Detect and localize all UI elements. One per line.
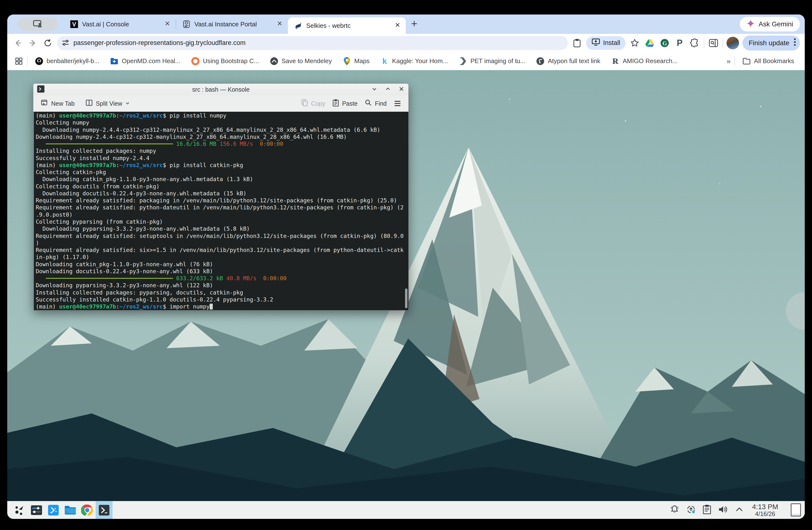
bookmark-maps[interactable]: Maps	[339, 57, 373, 66]
bookmark-github[interactable]: benbalter/jekyll-b...	[31, 57, 103, 66]
maximize-icon[interactable]	[385, 86, 391, 93]
url-text: passenger-profession-representations-gig…	[73, 39, 246, 47]
menu-dots-icon[interactable]	[794, 38, 796, 48]
konsole-window[interactable]: src : bash — Konsole New Tab	[33, 83, 409, 310]
svg-text:V: V	[72, 21, 76, 28]
clipboard-tray-icon[interactable]	[702, 504, 712, 516]
new-tab-button[interactable]	[410, 19, 418, 29]
svg-text:P: P	[677, 39, 683, 47]
terminal-scrollbar[interactable]	[405, 289, 407, 308]
install-icon	[592, 38, 600, 48]
discover-button[interactable]	[45, 501, 62, 519]
copy-label: Copy	[311, 100, 325, 107]
install-label: Install	[603, 39, 620, 47]
chevron-down-icon	[125, 100, 130, 107]
bookmark-kaggle[interactable]: k Kaggle: Your Hom...	[377, 57, 451, 66]
back-icon[interactable]	[12, 37, 24, 49]
bootstrap-icon	[191, 57, 200, 66]
bookmarks-bar: benbalter/jekyll-b... OpenMD.com Heal...…	[7, 52, 805, 70]
terminal-output[interactable]: (main) user@40ec97997a7b:~/ros2_ws/src$ …	[33, 112, 408, 310]
vast-favicon: V	[70, 20, 78, 28]
clipboard-icon[interactable]	[571, 37, 583, 49]
split-view-icon	[85, 99, 93, 108]
tab-close-icon[interactable]	[164, 20, 170, 28]
selkies-favicon	[294, 22, 302, 30]
tab-vast-console[interactable]: V Vast.ai | Console	[64, 14, 176, 34]
copy-button[interactable]: Copy	[299, 97, 328, 110]
new-tab-button[interactable]: New Tab	[38, 97, 77, 110]
maps-pin-icon	[343, 57, 351, 66]
minimize-icon[interactable]	[371, 86, 377, 93]
find-button[interactable]: Find	[362, 98, 389, 109]
p-extension-icon[interactable]: P	[674, 37, 685, 49]
konsole-task-button[interactable]	[96, 501, 113, 519]
notifications-bell-icon[interactable]	[669, 504, 680, 516]
split-view-button[interactable]: Split View	[83, 97, 132, 110]
kde-taskbar: 4:13 PM 4/16/26	[7, 501, 805, 519]
bookmark-label: Kaggle: Your Hom...	[392, 57, 448, 65]
site-info-icon[interactable]	[61, 39, 70, 47]
new-tab-label: New Tab	[51, 100, 75, 107]
konsole-titlebar[interactable]: src : bash — Konsole	[33, 84, 408, 95]
extensions-puzzle-icon[interactable]	[689, 37, 700, 49]
bookmark-star-icon[interactable]	[629, 37, 640, 49]
bookmark-openmd[interactable]: OpenMD.com Heal...	[106, 57, 184, 66]
bookmark-mendeley[interactable]: Save to Mendeley	[266, 57, 335, 66]
all-bookmarks-label: All Bookmarks	[754, 57, 794, 65]
apps-grid-icon[interactable]	[14, 57, 23, 66]
app-launcher-button[interactable]	[11, 501, 28, 519]
grammarly-icon[interactable]: G	[659, 37, 670, 49]
expand-tray-chevron-icon[interactable]	[735, 506, 744, 514]
tab-selkies-active[interactable]: Selkies - webrtc	[288, 17, 406, 34]
tab-vast-portal[interactable]: Vast.ai Instance Portal	[176, 14, 288, 34]
reload-icon[interactable]	[42, 37, 54, 49]
svg-text:G: G	[663, 40, 667, 46]
bookmarks-overflow-chevron[interactable]: »	[726, 57, 730, 65]
copy-icon	[301, 99, 308, 108]
tab-close-icon[interactable]	[277, 20, 282, 28]
bookmark-pet-imaging[interactable]: PET imaging of tu...	[455, 57, 529, 66]
close-icon[interactable]	[398, 86, 405, 93]
clock-date: 4/16/26	[752, 511, 778, 517]
folder-icon	[742, 57, 751, 66]
gemini-sparkle-icon	[746, 19, 755, 29]
tab-strip: V Vast.ai | Console Vast.ai Instance Por…	[7, 14, 805, 34]
paste-button[interactable]: Paste	[330, 97, 360, 110]
show-desktop-button[interactable]	[791, 503, 801, 516]
forward-icon[interactable]	[27, 37, 39, 49]
bookmark-label: PET imaging of tu...	[470, 57, 525, 65]
profile-avatar[interactable]	[726, 37, 739, 49]
tab-close-icon[interactable]	[395, 22, 401, 29]
file-manager-button[interactable]	[62, 501, 79, 519]
side-panel-search-icon[interactable]	[708, 37, 719, 49]
atypon-icon	[536, 57, 545, 66]
ask-gemini-button[interactable]: Ask Gemini	[740, 17, 800, 31]
bookmark-label: Atypon full text link	[548, 57, 600, 65]
system-tray: 4:13 PM 4/16/26	[669, 503, 801, 517]
install-button[interactable]: Install	[586, 36, 625, 50]
konsole-window-title: src : bash — Konsole	[33, 86, 408, 93]
omnibox[interactable]: passenger-profession-representations-gig…	[57, 36, 568, 50]
kaggle-icon: k	[380, 57, 389, 66]
toolbar-separator	[704, 38, 704, 48]
finish-update-button[interactable]: Finish update	[742, 36, 800, 51]
konsole-toolbar: New Tab Split View	[33, 95, 408, 112]
bookmark-bootstrap[interactable]: Using Bootstrap C...	[188, 57, 263, 66]
github-icon	[35, 57, 43, 66]
clock-widget[interactable]: 4:13 PM 4/16/26	[752, 503, 778, 517]
bookmark-label: Maps	[354, 57, 370, 65]
hamburger-menu-icon[interactable]	[392, 99, 404, 108]
tab-label: Selkies - webrtc	[306, 22, 391, 29]
bookmark-label: Save to Mendeley	[281, 57, 332, 65]
chrome-button[interactable]	[79, 501, 96, 519]
bookmark-atypon[interactable]: Atypon full text link	[533, 57, 604, 66]
drive-icon[interactable]	[644, 37, 655, 49]
updates-icon[interactable]	[686, 504, 696, 516]
window-user-icon	[33, 19, 43, 29]
tab-search-button[interactable]	[18, 17, 57, 31]
bookmark-amigo[interactable]: R AMIGO Research...	[607, 57, 681, 66]
all-bookmarks-button[interactable]: All Bookmarks	[739, 57, 798, 66]
volume-icon[interactable]	[718, 504, 728, 516]
bookmarks-separator	[735, 56, 735, 66]
system-settings-button[interactable]	[28, 501, 45, 519]
